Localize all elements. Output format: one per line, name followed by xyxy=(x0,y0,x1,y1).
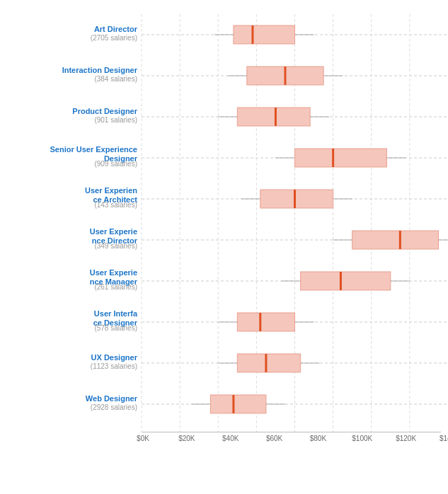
svg-rect-20 xyxy=(234,25,295,44)
svg-rect-79 xyxy=(210,395,265,413)
svg-text:(2705 salaries): (2705 salaries) xyxy=(91,34,137,42)
svg-rect-32 xyxy=(237,108,310,126)
svg-text:(1123 salaries): (1123 salaries) xyxy=(91,362,137,370)
svg-text:(909 salaries): (909 salaries) xyxy=(94,160,137,168)
svg-text:User Experie: User Experie xyxy=(90,227,137,236)
x-axis-label: $40K xyxy=(221,435,241,442)
svg-text:User Interfa: User Interfa xyxy=(94,309,138,318)
svg-text:(578 salaries): (578 salaries) xyxy=(94,324,137,332)
svg-rect-60 xyxy=(301,272,391,290)
svg-text:(901 salaries): (901 salaries) xyxy=(94,116,137,124)
page-container: Art Director(2705 salaries)Interaction D… xyxy=(0,0,448,450)
svg-text:(384 salaries): (384 salaries) xyxy=(94,75,137,83)
svg-text:(261 salaries): (261 salaries) xyxy=(94,283,137,291)
svg-text:UX Designer: UX Designer xyxy=(91,353,138,362)
x-axis-label: $80K xyxy=(308,435,328,442)
x-axis-label: $60K xyxy=(265,435,285,442)
svg-text:Senior User Experience: Senior User Experience xyxy=(50,145,137,154)
svg-text:(143 salaries): (143 salaries) xyxy=(94,201,137,209)
salary-chart: Art Director(2705 salaries)Interaction D… xyxy=(7,14,448,432)
x-axis-label: $100K xyxy=(352,435,372,442)
svg-text:Product Designer: Product Designer xyxy=(72,107,137,115)
x-axis-label: $0K xyxy=(133,435,153,442)
x-axis-label: $140K xyxy=(440,435,448,442)
svg-text:User Experie: User Experie xyxy=(90,268,137,277)
svg-text:Art Director: Art Director xyxy=(94,25,138,33)
svg-rect-53 xyxy=(352,231,439,249)
svg-rect-39 xyxy=(295,149,387,167)
x-axis-label: $120K xyxy=(396,435,415,442)
svg-text:Interaction Designer: Interaction Designer xyxy=(62,66,138,74)
svg-text:(349 salaries): (349 salaries) xyxy=(94,242,137,250)
svg-rect-73 xyxy=(237,354,300,372)
svg-text:Web Designer: Web Designer xyxy=(86,394,138,403)
svg-text:(2928 salaries): (2928 salaries) xyxy=(91,403,137,411)
svg-rect-46 xyxy=(260,190,333,208)
chart-area: Art Director(2705 salaries)Interaction D… xyxy=(7,14,441,443)
x-axis-label: $20K xyxy=(177,435,197,442)
svg-rect-67 xyxy=(237,313,294,331)
svg-text:User Experien: User Experien xyxy=(85,186,137,195)
